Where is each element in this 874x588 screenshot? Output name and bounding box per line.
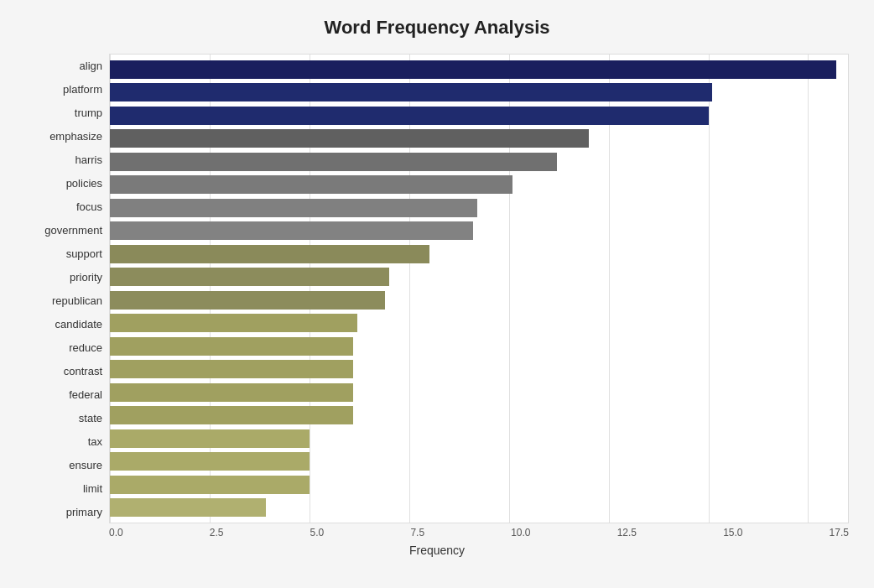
bar — [110, 221, 473, 240]
chart-title: Word Frequency Analysis — [25, 17, 849, 39]
bar-row — [110, 336, 848, 357]
x-axis-area: 0.02.55.07.510.012.515.017.5 — [25, 527, 849, 539]
bar — [110, 406, 353, 424]
y-label: republican — [25, 289, 102, 312]
x-axis-spacer — [25, 527, 109, 539]
y-label: emphasize — [25, 124, 102, 148]
bar-row — [110, 59, 848, 81]
bar-row — [110, 474, 848, 496]
bar — [110, 498, 266, 517]
y-label: align — [25, 54, 102, 77]
chart-container: Word Frequency Analysis alignplatformtru… — [0, 0, 874, 588]
chart-area: alignplatformtrumpemphasizeharrispolicie… — [25, 54, 849, 524]
x-axis-labels: 0.02.55.07.510.012.515.017.5 — [109, 527, 849, 539]
y-label: reduce — [25, 336, 102, 359]
bar-row — [110, 174, 848, 195]
bar — [110, 268, 389, 286]
y-label: primary — [25, 500, 102, 523]
y-label: harris — [25, 148, 102, 171]
bars-section: alignplatformtrumpemphasizeharrispolicie… — [25, 54, 849, 523]
bar-row — [110, 428, 848, 450]
bars-wrapper — [110, 55, 848, 523]
y-label: tax — [25, 429, 102, 453]
y-label: state — [25, 406, 102, 429]
y-label: ensure — [25, 453, 102, 476]
bar — [110, 337, 353, 356]
bar-row — [110, 243, 848, 265]
y-label: contrast — [25, 359, 102, 382]
bar-row — [110, 220, 848, 242]
x-tick: 15.0 — [723, 527, 742, 539]
bar — [110, 153, 557, 171]
plot-area — [109, 54, 849, 523]
bar-row — [110, 497, 848, 518]
y-labels: alignplatformtrumpemphasizeharrispolicie… — [25, 54, 109, 523]
x-tick: 17.5 — [830, 527, 849, 539]
bar — [110, 360, 353, 378]
bar — [110, 129, 589, 148]
bar-row — [110, 358, 848, 380]
bar-row — [110, 105, 848, 127]
y-label: platform — [25, 77, 102, 101]
bar — [110, 452, 310, 471]
y-label: priority — [25, 265, 102, 289]
bar — [110, 60, 836, 79]
bar-row — [110, 404, 848, 426]
x-axis-title: Frequency — [25, 544, 849, 557]
bar-row — [110, 81, 848, 103]
bar — [110, 429, 310, 448]
bar — [110, 314, 357, 332]
x-tick: 12.5 — [617, 527, 637, 539]
y-label: policies — [25, 171, 102, 195]
x-tick: 10.0 — [511, 527, 530, 539]
y-label: limit — [25, 476, 102, 500]
bar-row — [110, 289, 848, 311]
bar — [110, 476, 310, 494]
bar-row — [110, 382, 848, 403]
x-tick: 2.5 — [210, 527, 224, 539]
bar — [110, 291, 385, 310]
bar-row — [110, 312, 848, 334]
bar — [110, 383, 353, 402]
bar — [110, 107, 709, 125]
bar-row — [110, 197, 848, 219]
y-label: focus — [25, 195, 102, 218]
x-tick: 5.0 — [310, 527, 325, 539]
y-label: trump — [25, 101, 102, 124]
y-label: government — [25, 218, 102, 242]
bar — [110, 199, 477, 217]
bar-row — [110, 127, 848, 149]
bar — [110, 83, 712, 101]
y-label: federal — [25, 382, 102, 406]
x-tick: 0.0 — [109, 527, 123, 539]
bar-row — [110, 450, 848, 472]
x-tick: 7.5 — [410, 527, 424, 539]
bar — [110, 175, 512, 194]
bar-row — [110, 266, 848, 288]
bar-row — [110, 151, 848, 173]
y-label: support — [25, 242, 102, 265]
y-label: candidate — [25, 312, 102, 336]
bar — [110, 245, 429, 263]
